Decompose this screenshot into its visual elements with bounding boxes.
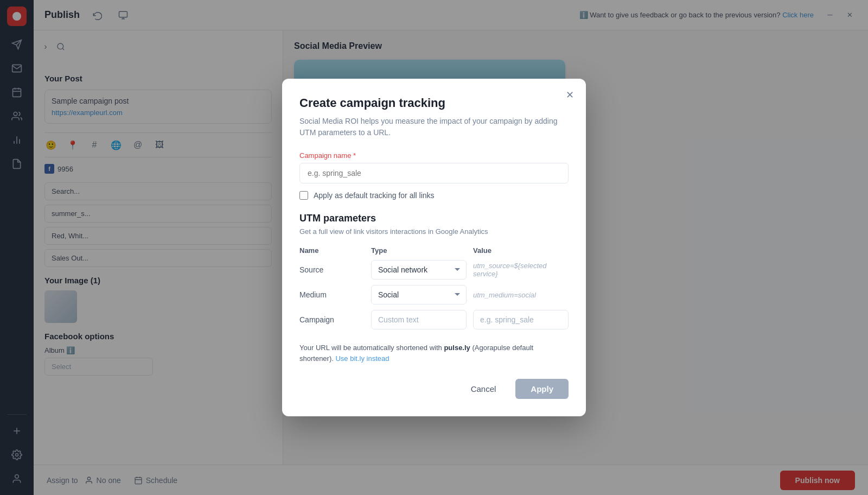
modal-title: Create campaign tracking bbox=[299, 96, 569, 110]
utm-medium-label: Medium bbox=[299, 290, 365, 299]
modal: ✕ Create campaign tracking Social Media … bbox=[282, 79, 586, 416]
modal-close-button[interactable]: ✕ bbox=[562, 87, 577, 103]
utm-row-medium: Medium Social Custom text utm_medium=soc… bbox=[299, 285, 569, 304]
utm-source-label: Source bbox=[299, 265, 365, 274]
modal-footer: Cancel Apply bbox=[299, 379, 569, 399]
use-bitly-link[interactable]: Use bit.ly instead bbox=[335, 354, 389, 363]
utm-campaign-type-input[interactable] bbox=[371, 310, 467, 329]
utm-table: Name Type Value Source Social network Cu… bbox=[299, 246, 569, 329]
utm-campaign-value-input[interactable] bbox=[473, 310, 569, 329]
utm-col-type: Type bbox=[371, 246, 467, 255]
campaign-name-label: Campaign name * bbox=[299, 151, 569, 160]
utm-medium-select[interactable]: Social Custom text bbox=[371, 285, 467, 304]
cancel-button[interactable]: Cancel bbox=[458, 379, 509, 399]
utm-col-name: Name bbox=[299, 246, 365, 255]
utm-source-value: utm_source=${selected service} bbox=[473, 262, 569, 278]
utm-row-campaign: Campaign bbox=[299, 310, 569, 329]
default-tracking-row: Apply as default tracking for all links bbox=[299, 191, 569, 200]
modal-overlay[interactable]: ✕ Create campaign tracking Social Media … bbox=[0, 0, 868, 495]
utm-campaign-label: Campaign bbox=[299, 315, 365, 324]
utm-title: UTM parameters bbox=[299, 213, 569, 224]
default-tracking-label: Apply as default tracking for all links bbox=[314, 191, 435, 200]
shortener-note: Your URL will be automatically shortened… bbox=[299, 342, 569, 364]
apply-button[interactable]: Apply bbox=[515, 379, 569, 399]
utm-col-value: Value bbox=[473, 246, 569, 255]
shortener-brand: pulse.ly bbox=[444, 344, 470, 352]
default-tracking-checkbox[interactable] bbox=[299, 191, 308, 200]
utm-source-select[interactable]: Social network Custom text bbox=[371, 260, 467, 280]
utm-row-source: Source Social network Custom text utm_so… bbox=[299, 260, 569, 280]
utm-medium-value: utm_medium=social bbox=[473, 291, 569, 299]
utm-description: Get a full view of link visitors interac… bbox=[299, 227, 569, 236]
utm-header-row: Name Type Value bbox=[299, 246, 569, 255]
campaign-name-input[interactable] bbox=[299, 163, 569, 183]
modal-description: Social Media ROI helps you measure the i… bbox=[299, 116, 569, 138]
